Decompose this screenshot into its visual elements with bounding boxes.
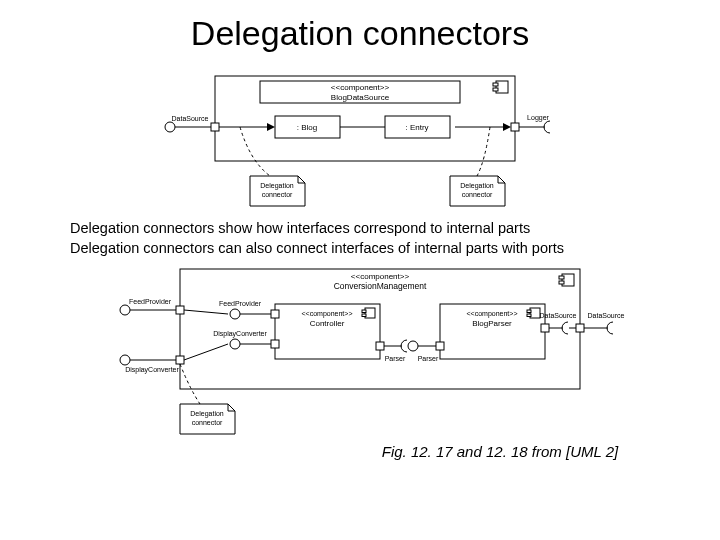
controller-name-label: Controller <box>310 319 345 328</box>
port <box>176 306 184 314</box>
port <box>376 342 384 350</box>
parser-name-label: BlogParser <box>472 319 512 328</box>
port <box>176 356 184 364</box>
iface-label: Logger <box>527 114 549 122</box>
slide-title: Delegation connectors <box>0 14 720 53</box>
iface-label: FeedProvider <box>219 300 262 307</box>
svg-rect-24 <box>527 310 531 313</box>
figure-citation: Fig. 12. 17 and 12. 18 from [UML 2] <box>280 443 720 460</box>
note-left: Delegationconnector <box>250 176 305 206</box>
caption-line-1: Delegation connectors show how interface… <box>70 219 660 239</box>
left-port <box>211 123 219 131</box>
right-port <box>511 123 519 131</box>
component-icon <box>362 308 375 318</box>
diagram-1: <<component>> BlogDataSource DataSource … <box>120 71 600 211</box>
svg-rect-12 <box>559 281 564 284</box>
parser-stereo-label: <<component>> <box>467 310 518 318</box>
note-right: Delegationconnector <box>450 176 505 206</box>
caption-block: Delegation connectors show how interface… <box>70 219 660 258</box>
lollipop-icon <box>120 305 130 315</box>
diagram-2: <<component>> ConversionManagement FeedP… <box>80 264 640 439</box>
part-blog-label: : Blog <box>297 123 317 132</box>
svg-rect-11 <box>559 276 564 279</box>
stereotype-label: <<component>> <box>331 83 390 92</box>
port <box>271 310 279 318</box>
iface-label: DataSource <box>540 312 577 319</box>
iface-label: FeedProvider <box>129 298 172 305</box>
svg-rect-2 <box>493 88 498 91</box>
iface-label: Parser <box>418 355 439 362</box>
caption-line-2: Delegation connectors can also connect i… <box>70 239 660 259</box>
port <box>576 324 584 332</box>
stereotype-label: <<component>> <box>351 272 410 281</box>
iface-label: Parser <box>385 355 406 362</box>
part-entry-label: : Entry <box>405 123 428 132</box>
lollipop-icon <box>165 122 175 132</box>
svg-rect-17 <box>362 314 366 317</box>
controller-stereo-label: <<component>> <box>302 310 353 318</box>
iface-label: DisplayConverter <box>125 366 179 374</box>
svg-rect-25 <box>527 314 531 317</box>
component-name: ConversionManagement <box>334 281 427 291</box>
port <box>436 342 444 350</box>
svg-rect-1 <box>493 83 498 86</box>
lollipop-icon <box>120 355 130 365</box>
port <box>541 324 549 332</box>
iface-label: DataSource <box>172 115 209 122</box>
note-bottom: Delegationconnector <box>180 404 235 434</box>
iface-label: DataSource <box>588 312 625 319</box>
iface-label: DisplayConverter <box>213 330 267 338</box>
component-icon <box>527 308 540 318</box>
component-name: BlogDataSource <box>331 93 390 102</box>
svg-rect-16 <box>362 310 366 313</box>
port <box>271 340 279 348</box>
